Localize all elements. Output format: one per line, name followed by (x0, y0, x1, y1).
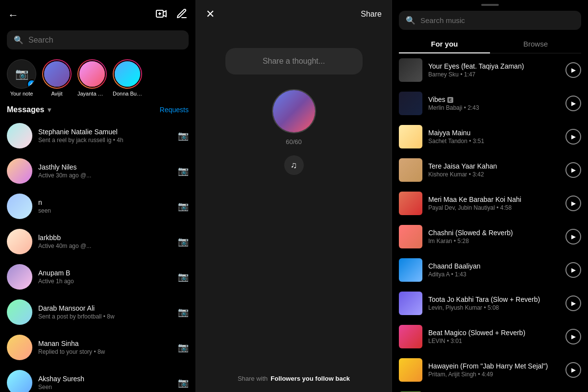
share-button[interactable]: Share (361, 10, 382, 19)
msg-content: n seen (38, 198, 172, 214)
play-button[interactable]: ▶ (565, 96, 581, 111)
your-note-avatar: 📷 + (7, 59, 36, 89)
music-title: Tere Jaisa Yaar Kahan (428, 162, 560, 170)
music-thumbnail (399, 58, 422, 82)
camera-icon[interactable]: 📷 (178, 236, 189, 247)
requests-link[interactable]: Requests (160, 106, 189, 114)
music-info: Your Eyes (feat. Taqiya Zaman) Barney Sk… (428, 62, 560, 78)
music-title: Chaand Baaliyan (428, 262, 560, 270)
msg-content: larkbbb Active 40m ago @... (38, 234, 172, 249)
post-preview-image (272, 89, 316, 133)
new-video-icon[interactable] (155, 8, 167, 23)
your-note-label: Your note (10, 91, 33, 97)
play-button[interactable]: ▶ (565, 329, 581, 344)
music-title: Maiyya Mainu (428, 129, 560, 137)
music-meta: Kishore Kumar • 3:42 (428, 171, 560, 178)
music-meta: Barney Sku • 1:47 (428, 71, 560, 78)
music-item[interactable]: Maiyya Mainu Sachet Tandon • 3:51 ▶ (392, 120, 588, 153)
message-item[interactable]: Jasthly Niles Active 30m ago @... 📷 (0, 153, 196, 189)
music-note-icon: ♫ (291, 160, 297, 171)
music-item[interactable]: Beat Magico (Slowed + Reverb) LEVIN • 3:… (392, 320, 588, 353)
play-button[interactable]: ▶ (565, 262, 581, 278)
msg-name: Akshay Suresh (38, 375, 172, 383)
messages-header: Messages ▾ Requests (0, 102, 196, 118)
music-item[interactable]: Music From East Nepal 2.0 Flute Version … (392, 387, 588, 392)
play-button[interactable]: ▶ (565, 62, 581, 78)
camera-icon[interactable]: 📷 (178, 377, 189, 388)
music-item[interactable]: Your Eyes (feat. Taqiya Zaman) Barney Sk… (392, 53, 588, 87)
music-title: Hawayein (From "Jab Harry Met Sejal") (428, 362, 560, 370)
camera-icon[interactable]: 📷 (178, 342, 189, 353)
msg-content: Akshay Suresh Seen (38, 375, 172, 391)
search-icon: 🔍 (14, 35, 24, 45)
message-item[interactable]: larkbbb Active 40m ago @... 📷 (0, 224, 196, 259)
msg-content: Manan Sinha Replied to your story • 8w (38, 340, 172, 355)
msg-name: Stephanie Natalie Samuel (38, 128, 172, 136)
music-item[interactable]: Toota Jo Kabhi Tara (Slow + Reverb) Levi… (392, 287, 588, 320)
middle-header: ✕ Share (196, 0, 392, 28)
avatar (7, 370, 32, 392)
msg-content: Jasthly Niles Active 30m ago @... (38, 163, 172, 179)
message-item[interactable]: Stephanie Natalie Samuel Sent a reel by … (0, 118, 196, 153)
msg-preview: Sent a post by brfootball • 8w (38, 313, 172, 320)
message-item[interactable]: Anupam B Active 1h ago 📷 (0, 259, 196, 294)
story-item-3[interactable]: Donna Bucksher (113, 59, 142, 97)
story-item-2[interactable]: Jayanta Ghosh (77, 59, 107, 97)
music-info: Hawayein (From "Jab Harry Met Sejal") Pr… (428, 362, 560, 378)
music-info: Beat Magico (Slowed + Reverb) LEVIN • 3:… (428, 329, 560, 344)
back-icon[interactable]: ← (8, 9, 19, 22)
music-meta: LEVIN • 3:01 (428, 338, 560, 344)
share-footer-audience: Followers you follow back (270, 375, 350, 382)
camera-icon[interactable]: 📷 (178, 201, 189, 212)
music-title: VibesE (428, 96, 560, 103)
music-thumbnail (399, 192, 422, 215)
story-label-3: Donna Bucksher (113, 91, 142, 97)
play-button[interactable]: ▶ (565, 196, 581, 211)
message-item[interactable]: Manan Sinha Replied to your story • 8w 📷 (0, 330, 196, 365)
camera-icon[interactable]: 📷 (178, 166, 189, 176)
share-panel: ✕ Share Share a thought... 60/60 ♫ Share… (196, 0, 392, 392)
story-ring-3 (113, 59, 142, 89)
message-item[interactable]: Akshay Suresh Seen 📷 (0, 365, 196, 392)
camera-icon[interactable]: 📷 (178, 271, 189, 282)
avatar (7, 158, 32, 184)
play-button[interactable]: ▶ (565, 362, 581, 378)
music-info: Tere Jaisa Yaar Kahan Kishore Kumar • 3:… (428, 162, 560, 178)
your-note-story[interactable]: 📷 + Your note (7, 59, 36, 97)
music-search-input[interactable] (420, 16, 574, 24)
camera-icon[interactable]: 📷 (178, 130, 189, 141)
search-input[interactable] (28, 36, 182, 45)
music-title: Your Eyes (feat. Taqiya Zaman) (428, 62, 560, 70)
play-button[interactable]: ▶ (565, 129, 581, 145)
music-item[interactable]: Hawayein (From "Jab Harry Met Sejal") Pr… (392, 353, 588, 387)
tab-browse[interactable]: Browse (490, 35, 581, 53)
music-item[interactable]: Chaand Baaliyan Aditya A • 1:43 ▶ (392, 253, 588, 287)
message-item[interactable]: n seen 📷 (0, 189, 196, 224)
music-list: Your Eyes (feat. Taqiya Zaman) Barney Sk… (392, 53, 588, 392)
search-bar[interactable]: 🔍 (7, 30, 189, 49)
music-item[interactable]: Meri Maa Ke Barabar Koi Nahi Payal Dev, … (392, 187, 588, 220)
msg-preview: Seen (38, 384, 172, 391)
music-meta: Payal Dev, Jubin Nautiyal • 4:58 (428, 204, 560, 211)
msg-content: Darab Mansoor Ali Sent a post by brfootb… (38, 304, 172, 320)
play-button[interactable]: ▶ (565, 162, 581, 178)
msg-content: Stephanie Natalie Samuel Sent a reel by … (38, 128, 172, 144)
music-item[interactable]: Chashni (Slowed & Reverb) Im Karan • 5:2… (392, 220, 588, 253)
close-icon[interactable]: ✕ (206, 8, 215, 21)
music-search-bar[interactable]: 🔍 (399, 11, 581, 30)
tab-for-you[interactable]: For you (399, 35, 490, 53)
music-title: Beat Magico (Slowed + Reverb) (428, 329, 560, 337)
share-thought-bubble[interactable]: Share a thought... (225, 48, 363, 74)
music-item[interactable]: VibesE Merlin Babaji • 2:43 ▶ (392, 87, 588, 120)
play-button[interactable]: ▶ (565, 295, 581, 311)
message-item[interactable]: Darab Mansoor Ali Sent a post by brfootb… (0, 294, 196, 330)
camera-icon[interactable]: 📷 (178, 307, 189, 318)
msg-preview: Replied to your story • 8w (38, 348, 172, 355)
play-button[interactable]: ▶ (565, 229, 581, 245)
share-footer-prefix: Share with (238, 375, 268, 382)
music-item[interactable]: Tere Jaisa Yaar Kahan Kishore Kumar • 3:… (392, 153, 588, 187)
story-item-1[interactable]: Avijit (42, 59, 72, 97)
music-note-button[interactable]: ♫ (284, 155, 304, 175)
compose-icon[interactable] (176, 8, 188, 23)
music-title: Meri Maa Ke Barabar Koi Nahi (428, 196, 560, 203)
